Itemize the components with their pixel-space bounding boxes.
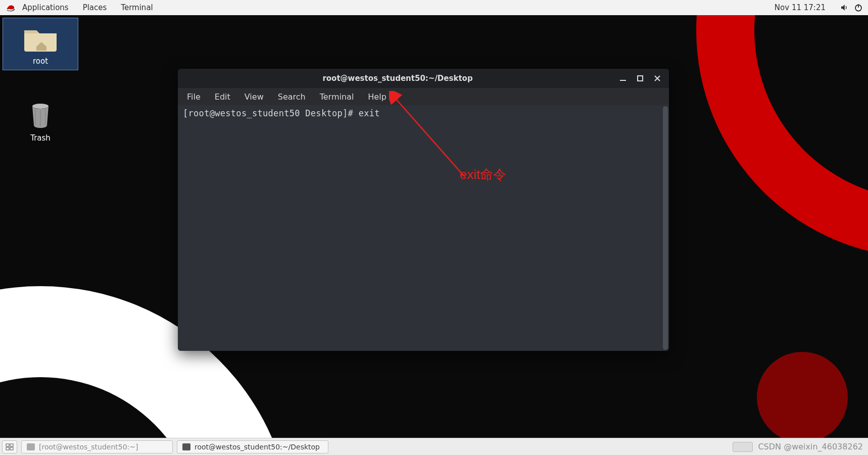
terminal-line: [root@westos_student50 Desktop]# exit — [183, 108, 664, 118]
close-button[interactable] — [649, 71, 666, 86]
menu-places[interactable]: Places — [83, 3, 107, 12]
redhat-icon[interactable] — [5, 3, 16, 12]
svg-rect-4 — [638, 76, 643, 81]
menu-search[interactable]: Search — [273, 90, 311, 104]
terminal-window: root@westos_student50:~/Desktop File Edi… — [178, 69, 669, 351]
desktop-icon-label: Trash — [3, 131, 78, 147]
window-title: root@westos_student50:~/Desktop — [181, 74, 614, 83]
menu-terminal[interactable]: Terminal — [121, 3, 153, 12]
svg-rect-8 — [6, 447, 9, 450]
menu-edit[interactable]: Edit — [210, 90, 235, 104]
desktop-icon-root[interactable]: root — [3, 18, 78, 70]
task-entry-label: root@westos_student50:~/Desktop — [195, 443, 320, 451]
menu-file[interactable]: File — [182, 90, 206, 104]
desktop-icon-label: root — [3, 55, 78, 70]
terminal-body[interactable]: [root@westos_student50 Desktop]# exit — [178, 105, 669, 351]
top-panel: Applications Places Terminal Nov 11 17:2… — [0, 0, 868, 15]
menu-help[interactable]: Help — [363, 90, 391, 104]
svg-rect-6 — [6, 444, 9, 446]
maximize-button[interactable] — [632, 71, 649, 86]
svg-rect-7 — [10, 444, 13, 446]
svg-rect-9 — [10, 447, 13, 450]
task-entry-2[interactable]: root@westos_student50:~/Desktop — [177, 440, 328, 453]
svg-rect-3 — [620, 80, 626, 81]
scrollbar[interactable] — [663, 106, 668, 350]
desktop[interactable]: root Trash root@westos_student50:~/Deskt… — [0, 15, 868, 438]
volume-icon[interactable] — [840, 3, 849, 12]
terminal-menubar: File Edit View Search Terminal Help — [178, 88, 669, 105]
terminal-icon — [182, 443, 190, 450]
svg-point-2 — [32, 104, 49, 109]
folder-home-icon — [3, 22, 78, 55]
menu-view[interactable]: View — [239, 90, 269, 104]
desktop-icon-trash[interactable]: Trash — [3, 95, 78, 147]
menu-applications[interactable]: Applications — [22, 3, 69, 12]
task-entry-label: [root@westos_student50:~] — [39, 443, 138, 451]
power-icon[interactable] — [854, 3, 863, 12]
menu-terminal[interactable]: Terminal — [315, 90, 359, 104]
minimize-button[interactable] — [614, 71, 632, 86]
keyboard-indicator[interactable] — [733, 442, 753, 452]
annotation-label: exit命令 — [460, 166, 506, 184]
watermark: CSDN @weixin_46038262 — [758, 442, 866, 451]
titlebar[interactable]: root@westos_student50:~/Desktop — [178, 69, 669, 88]
task-entry-1[interactable]: [root@westos_student50:~] — [21, 440, 173, 453]
trash-icon — [3, 99, 78, 131]
clock[interactable]: Nov 11 17:21 — [775, 3, 826, 12]
show-desktop-button[interactable] — [2, 440, 17, 453]
terminal-icon — [27, 443, 35, 450]
taskbar: [root@westos_student50:~] root@westos_st… — [0, 438, 868, 455]
